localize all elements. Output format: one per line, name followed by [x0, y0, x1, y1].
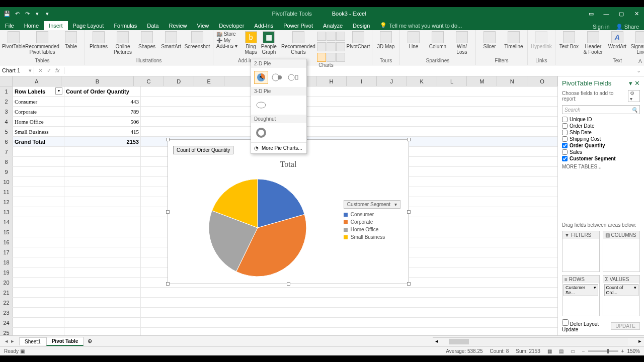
cell[interactable]: Home Office [13, 117, 64, 126]
scroll-right-icon[interactable]: ▸ [636, 338, 644, 345]
field-checkbox[interactable]: Unique ID [562, 116, 640, 123]
legend-item[interactable]: Corporate [344, 219, 400, 225]
sheet-tab[interactable]: Sheet1 [19, 337, 46, 345]
cell[interactable] [64, 328, 141, 335]
col-header[interactable]: B [61, 76, 134, 86]
cell[interactable] [64, 308, 141, 317]
cell[interactable] [13, 187, 64, 197]
col-header[interactable]: I [347, 76, 377, 86]
chart-object[interactable]: Count of Order Quantity Total Customer S… [168, 139, 409, 284]
share-button[interactable]: 👤 Share [616, 24, 639, 30]
more-tables-link[interactable]: MORE TABLES... [558, 163, 644, 170]
my-addins-button[interactable]: ➕ My Add-ins ▾ [216, 38, 240, 49]
cell[interactable] [64, 197, 141, 207]
screenshot-button[interactable]: Screenshot [185, 31, 210, 49]
resize-handle[interactable] [166, 138, 170, 141]
col-header[interactable]: O [527, 76, 557, 86]
tab-file[interactable]: File [0, 21, 19, 30]
cell[interactable] [13, 147, 64, 156]
cell[interactable] [64, 278, 141, 287]
chart-column-icon[interactable] [317, 32, 326, 41]
chart-scatter-icon[interactable] [336, 42, 345, 51]
area-rows[interactable]: ≡ROWSCustomer Se...▾ [562, 275, 600, 316]
cell[interactable]: Corporate [13, 107, 64, 116]
area-item[interactable]: Count of Ord...▾ [604, 284, 639, 296]
cell[interactable] [64, 318, 141, 327]
row-header[interactable]: 7 [0, 147, 13, 156]
col-header[interactable]: C [134, 76, 164, 86]
chart-legend[interactable]: Customer Segment▾ ConsumerCorporateHome … [344, 200, 400, 242]
search-input[interactable]: Search🔍 [562, 105, 640, 114]
pane-close-icon[interactable]: ▾ ✕ [629, 79, 640, 87]
tab-home[interactable]: Home [19, 21, 44, 30]
bing-maps-button[interactable]: bBing Maps [244, 31, 258, 55]
redo-icon[interactable]: ↷ [23, 10, 31, 18]
table-button[interactable]: Table [60, 31, 82, 49]
shapes-button[interactable]: Shapes [136, 31, 157, 49]
new-sheet-button[interactable]: ⊕ [84, 338, 96, 344]
chart-hierarchy-icon[interactable] [317, 42, 326, 51]
col-header[interactable]: M [467, 76, 497, 86]
pie-3d-option[interactable] [254, 99, 268, 112]
wordart-button[interactable]: AWordArt [607, 31, 628, 49]
cell[interactable]: Row Labels▾ [13, 86, 64, 96]
cell[interactable] [13, 197, 64, 207]
row-header[interactable]: 17 [0, 247, 13, 257]
cell[interactable] [13, 247, 64, 257]
chart-field-button[interactable]: Count of Order Quantity [173, 146, 233, 154]
maximize-button[interactable]: ▢ [614, 7, 629, 20]
col-header[interactable]: N [497, 76, 527, 86]
enter-formula-icon[interactable]: ✓ [47, 67, 51, 74]
resize-handle[interactable] [407, 138, 411, 141]
row-header[interactable]: 3 [0, 107, 13, 116]
minimize-button[interactable]: — [599, 7, 614, 20]
cell[interactable] [13, 298, 64, 307]
row-header[interactable]: 8 [0, 157, 13, 166]
scroll-left-icon[interactable]: ◂ [433, 338, 441, 345]
cell[interactable] [64, 157, 141, 166]
cell[interactable] [64, 237, 141, 247]
sparkline-column-button[interactable]: Column [427, 31, 448, 49]
cell[interactable] [13, 157, 64, 166]
col-header[interactable]: E [194, 76, 224, 86]
cancel-formula-icon[interactable]: ✕ [38, 67, 43, 74]
row-header[interactable]: 6 [0, 137, 13, 146]
chart-line-icon[interactable] [327, 32, 336, 41]
timeline-button[interactable]: Timeline [503, 31, 524, 49]
cell[interactable]: 506 [64, 117, 141, 126]
tab-developer[interactable]: Developer [214, 21, 249, 30]
field-checkbox[interactable]: Ship Date [562, 129, 640, 136]
cell[interactable] [13, 288, 64, 297]
cell[interactable] [64, 298, 141, 307]
field-checkbox[interactable]: Shipping Cost [562, 136, 640, 142]
sheet-nav-next[interactable]: ▸ [11, 338, 14, 344]
recommended-charts-button[interactable]: Recommended Charts [283, 31, 313, 55]
cell[interactable]: 443 [64, 97, 141, 106]
cell[interactable] [64, 177, 141, 187]
sheet-tab[interactable]: Pivot Table [46, 337, 84, 346]
col-header[interactable]: J [377, 76, 407, 86]
row-header[interactable]: 2 [0, 97, 13, 106]
cell[interactable] [13, 177, 64, 187]
close-button[interactable]: ✕ [629, 7, 644, 20]
update-button[interactable]: UPDATE [611, 322, 640, 330]
legend-item[interactable]: Small Business [344, 234, 400, 240]
name-box[interactable]: Chart 1▾ [0, 67, 34, 74]
row-header[interactable]: 12 [0, 197, 13, 207]
pie-bar-option[interactable] [286, 71, 300, 84]
tab-addins[interactable]: Add-Ins [249, 21, 278, 30]
cell[interactable] [64, 257, 141, 267]
macro-record-icon[interactable]: ▣ [20, 348, 25, 354]
resize-handle[interactable] [407, 282, 411, 286]
cell[interactable] [64, 288, 141, 297]
cell[interactable] [64, 147, 141, 156]
tab-data[interactable]: Data [142, 21, 164, 30]
more-pie-charts[interactable]: ◔More Pie Charts... [251, 142, 306, 153]
save-icon[interactable]: 💾 [3, 10, 11, 18]
cell[interactable] [64, 167, 141, 176]
tab-view[interactable]: View [192, 21, 214, 30]
sparkline-winloss-button[interactable]: Win/ Loss [451, 31, 472, 55]
cell[interactable] [64, 247, 141, 257]
tell-me[interactable]: 💡Tell me what you want to do... [375, 21, 588, 30]
cell[interactable] [13, 207, 64, 217]
